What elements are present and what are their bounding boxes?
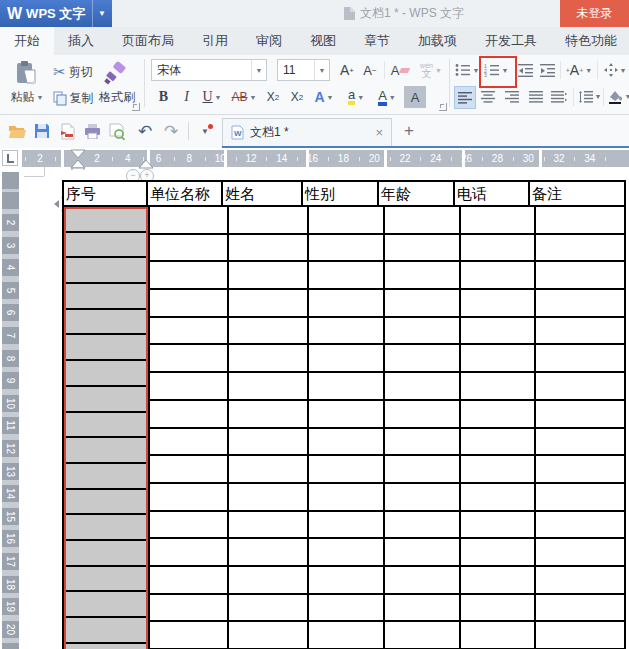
selected-cell[interactable] <box>64 541 148 567</box>
selected-cell[interactable] <box>64 490 148 516</box>
table-cell[interactable] <box>459 345 534 371</box>
table-header-cell[interactable]: 电话 <box>453 182 528 205</box>
table-cell[interactable] <box>227 262 307 288</box>
selected-cell[interactable] <box>64 413 148 439</box>
selected-cell[interactable] <box>64 644 148 649</box>
ribbon-tab-开始[interactable]: 开始 <box>0 27 54 55</box>
table-cell[interactable] <box>307 456 383 482</box>
table-cell[interactable] <box>534 373 616 399</box>
table-cell[interactable] <box>227 373 307 399</box>
text-effects-button[interactable]: A ▼ <box>310 86 338 108</box>
table-cell[interactable] <box>307 595 383 621</box>
selected-cell[interactable] <box>64 438 148 464</box>
open-button[interactable] <box>6 120 28 142</box>
table-cell[interactable] <box>534 401 616 427</box>
table-cell[interactable] <box>307 512 383 538</box>
table-cell[interactable] <box>383 207 459 233</box>
table-cell[interactable] <box>459 262 534 288</box>
table-cell[interactable] <box>150 401 227 427</box>
bullet-list-button[interactable]: ▼ <box>454 59 480 81</box>
print-preview-button[interactable] <box>106 120 128 142</box>
table-cell[interactable] <box>227 207 307 233</box>
highlight-color-button[interactable]: a ▼ <box>341 86 371 108</box>
table-cell[interactable] <box>534 262 616 288</box>
underline-button[interactable]: U ▼ <box>198 86 226 108</box>
format-painter-button[interactable] <box>100 59 132 87</box>
save-button[interactable] <box>31 120 53 142</box>
document-tab[interactable]: W 文档1 * × <box>222 118 392 146</box>
text-tools-button[interactable]: ▼ <box>601 59 629 81</box>
paste-label[interactable]: 粘贴▼ <box>4 89 50 105</box>
chevron-down-icon[interactable]: ▼ <box>620 67 627 74</box>
selected-cell[interactable] <box>64 515 148 541</box>
table-cell[interactable] <box>150 567 227 593</box>
chevron-down-icon[interactable]: ▼ <box>92 0 110 27</box>
table-cell[interactable] <box>227 429 307 455</box>
table-cell[interactable] <box>383 512 459 538</box>
table-cell[interactable] <box>227 539 307 565</box>
table-cell[interactable] <box>383 401 459 427</box>
justify-button[interactable] <box>526 86 546 107</box>
selected-cell[interactable] <box>64 233 148 259</box>
table-cell[interactable] <box>227 595 307 621</box>
table-cell[interactable] <box>459 539 534 565</box>
phonetic-guide-button[interactable]: wén 文 ▼ <box>414 57 448 83</box>
table-cell[interactable] <box>383 345 459 371</box>
login-button[interactable]: 未登录 <box>560 0 629 27</box>
table-header-cell[interactable]: 单位名称 <box>146 182 221 205</box>
line-spacing-button[interactable]: ▼ <box>577 86 603 107</box>
ruler-column-gap[interactable] <box>384 150 387 167</box>
table-cell[interactable] <box>383 567 459 593</box>
table-cell[interactable] <box>307 345 383 371</box>
table-header-cell[interactable]: 姓名 <box>221 182 301 205</box>
table-cell[interactable] <box>383 622 459 648</box>
table-cell[interactable] <box>459 456 534 482</box>
table-cell[interactable] <box>459 595 534 621</box>
table-cell[interactable] <box>459 567 534 593</box>
numbered-list-button[interactable]: 123 ▼ <box>483 59 509 81</box>
tab-selector-button[interactable] <box>2 150 18 166</box>
chevron-down-icon[interactable]: ▼ <box>314 60 329 80</box>
align-right-button[interactable] <box>502 86 522 107</box>
cut-button[interactable]: ✂ 剪切 <box>46 61 100 83</box>
selected-cell[interactable] <box>64 310 148 336</box>
table-cell[interactable] <box>227 512 307 538</box>
decrease-indent-button[interactable] <box>515 59 535 81</box>
export-pdf-button[interactable] <box>56 120 78 142</box>
new-tab-button[interactable]: + <box>398 119 420 143</box>
table-cell[interactable] <box>383 429 459 455</box>
ribbon-tab-特色功能[interactable]: 特色功能 <box>551 27 629 55</box>
selected-cell[interactable] <box>64 335 148 361</box>
vertical-ruler[interactable]: 234567891011121314151617181920 <box>2 172 19 649</box>
ruler-column-gap[interactable] <box>224 150 227 167</box>
table-cell[interactable] <box>307 262 383 288</box>
table-cell[interactable] <box>150 539 227 565</box>
selected-cell[interactable] <box>64 207 148 233</box>
table-cell[interactable] <box>150 262 227 288</box>
table-cell[interactable] <box>150 622 227 648</box>
table-cell[interactable] <box>534 595 616 621</box>
table-cell[interactable] <box>227 235 307 261</box>
table-cell[interactable] <box>459 373 534 399</box>
ribbon-tab-视图[interactable]: 视图 <box>296 27 350 55</box>
table-cell[interactable] <box>383 318 459 344</box>
table-body[interactable] <box>150 207 626 649</box>
chevron-down-icon[interactable]: ▼ <box>327 94 334 101</box>
table-cell[interactable] <box>459 235 534 261</box>
table-cell[interactable] <box>459 207 534 233</box>
table-cell[interactable] <box>307 290 383 316</box>
table-cell[interactable] <box>534 567 616 593</box>
ribbon-tab-开发工具[interactable]: 开发工具 <box>471 27 551 55</box>
strikethrough-button[interactable]: AB ▼ <box>228 86 260 108</box>
selected-cell[interactable] <box>64 567 148 593</box>
table-cell[interactable] <box>150 290 227 316</box>
table-header-cell[interactable]: 年龄 <box>377 182 453 205</box>
grow-font-button[interactable]: A+ <box>336 59 358 81</box>
clipboard-dialog-launcher[interactable] <box>132 103 140 111</box>
align-center-button[interactable] <box>478 86 498 107</box>
table-cell[interactable] <box>459 318 534 344</box>
ribbon-tab-引用[interactable]: 引用 <box>188 27 242 55</box>
align-left-button[interactable] <box>454 86 476 109</box>
table-cell[interactable] <box>150 373 227 399</box>
table-cell[interactable] <box>534 456 616 482</box>
